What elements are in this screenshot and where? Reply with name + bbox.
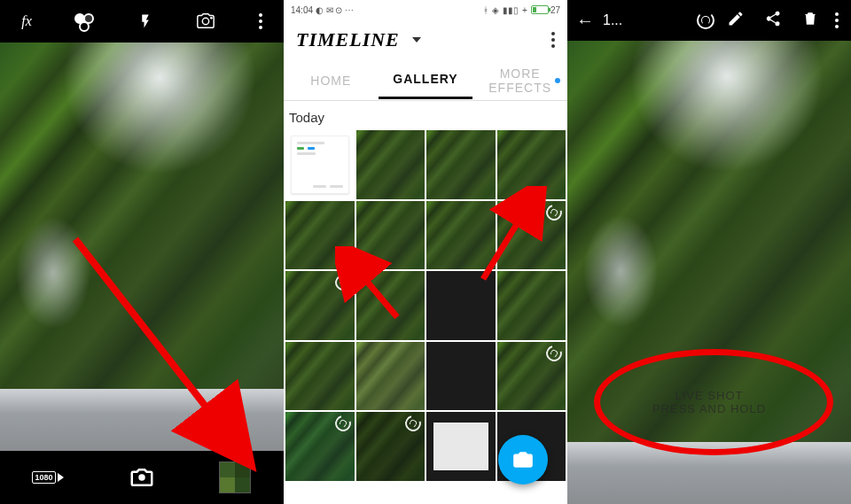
grid-item[interactable] [356,271,426,340]
grid-item-live[interactable] [497,201,566,270]
fx-icon[interactable]: fx [21,13,32,29]
section-header-today: Today [284,101,567,130]
chevron-down-icon [412,37,421,43]
svg-point-0 [210,17,213,19]
grid-item-card[interactable] [285,130,355,199]
grid-item[interactable] [356,201,426,270]
grid-item[interactable] [497,271,566,340]
signal-icon: ▮▮▯ [503,5,519,15]
grid-item[interactable] [285,342,355,411]
gallery-thumbnail[interactable] [219,461,251,493]
new-dot-icon [555,78,560,83]
grid-item[interactable] [356,130,426,199]
color-filter-icon[interactable] [74,13,94,29]
camera-viewfinder[interactable] [0,43,284,451]
hint-line1: LIVE SHOT [652,389,766,402]
back-icon[interactable]: ← [576,11,594,31]
grid-item[interactable] [356,342,426,411]
camera-screen: fx 1080 [0,0,284,504]
gallery-title-text: TIMELINE [296,28,400,51]
edit-icon[interactable] [720,10,752,31]
share-icon[interactable] [757,10,789,31]
shutter-button[interactable] [129,464,155,491]
camera-fab[interactable] [498,435,548,485]
gallery-screen: 14:04 ◐ ✉ ⊙ ⋯ ᚼ ◈ ▮▮▯ + 27 TIMELINE HOME… [284,0,567,504]
gallery-title-dropdown[interactable]: TIMELINE [296,28,421,51]
grid-item-live[interactable] [285,271,355,340]
tab-more-effects[interactable]: MORE EFFECTS [472,56,567,105]
resolution-badge[interactable]: 1080 [32,471,63,484]
battery-pct: 27 [550,5,560,15]
camera-bottom-toolbar: 1080 [0,451,284,504]
flash-icon[interactable] [137,13,153,29]
grid-item[interactable] [426,412,496,481]
more-icon[interactable] [551,32,555,48]
grid-item-live[interactable] [356,412,426,481]
tab-home[interactable]: HOME [284,63,379,98]
photo-viewer-screen: ← 1... LIVE SHOT PRESS AND HOLD [567,0,851,504]
status-bar: 14:04 ◐ ✉ ⊙ ⋯ ᚼ ◈ ▮▮▯ + 27 [284,0,567,19]
more-icon[interactable] [831,12,842,28]
tab-gallery[interactable]: GALLERY [379,61,473,99]
status-time: 14:04 [291,5,313,15]
more-icon[interactable] [259,13,262,29]
grid-item-dark[interactable] [426,271,496,340]
camera-flip-icon[interactable] [196,12,215,31]
photo-viewport[interactable] [567,41,851,504]
grid-item-live[interactable] [497,342,566,411]
grid-item[interactable] [285,201,355,270]
grid-item-dark[interactable] [426,342,496,411]
camera-top-toolbar: fx [0,0,284,43]
live-spiral-icon[interactable] [697,12,714,29]
live-shot-hint: LIVE SHOT PRESS AND HOLD [652,389,766,415]
grid-item[interactable] [426,201,496,270]
wifi-icon: ◈ [492,5,499,15]
hint-line2: PRESS AND HOLD [652,402,766,415]
delete-icon[interactable] [794,10,826,31]
grid-item[interactable] [426,130,496,199]
gallery-tabs: HOME GALLERY MORE EFFECTS [284,60,567,101]
viewer-title: 1... [603,12,622,28]
viewer-toolbar: ← 1... [567,0,851,41]
thumbnail-grid [284,130,567,481]
gallery-header: TIMELINE [284,19,567,60]
resolution-label: 1080 [32,471,55,484]
bluetooth-icon: ᚼ [483,5,488,15]
tab-more-label: MORE EFFECTS [488,66,551,95]
grid-item[interactable] [497,130,566,199]
grid-item-live[interactable] [285,412,355,481]
battery-icon: 27 [531,5,560,15]
